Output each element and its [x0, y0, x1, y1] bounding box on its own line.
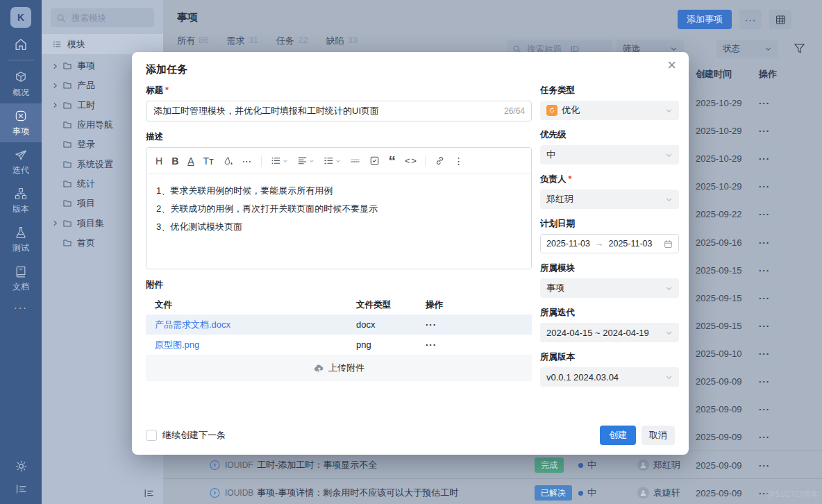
description-input[interactable]: 1、要求关联用例的时候，要能展示所有用例 2、关联成功的用例，再次打开关联页面的…	[146, 174, 531, 244]
type-tabs: 所有 86 需求 31 任务 22 缺陷 33	[177, 35, 358, 47]
description-label: 描述	[146, 131, 532, 143]
cancel-button[interactable]: 取消	[641, 426, 675, 445]
row-actions-button[interactable]: ···	[759, 209, 770, 219]
sidebar-item-version[interactable]: 版本	[0, 181, 42, 220]
sidebar-bottom	[15, 460, 28, 504]
priority-select[interactable]: 中	[540, 145, 679, 165]
folder-icon	[62, 179, 72, 189]
continue-create-checkbox[interactable]	[146, 430, 157, 441]
chevron-down-icon	[665, 285, 673, 292]
row-actions-button[interactable]: ···	[759, 376, 770, 386]
row-actions-button[interactable]: ···	[759, 181, 770, 192]
module-tree-header[interactable]: 模块	[42, 34, 163, 54]
required-mark: *	[569, 174, 572, 184]
version-select[interactable]: v0.0.1 2024.03.04	[540, 367, 679, 387]
fill-color-icon[interactable]	[223, 156, 233, 166]
sidebar-item-overview[interactable]: 概况	[0, 65, 42, 103]
row-actions-button[interactable]: ···	[759, 98, 770, 108]
link-icon[interactable]	[435, 156, 445, 166]
ordered-list-icon[interactable]	[324, 156, 341, 166]
sidebar-item-test[interactable]: 测试	[0, 220, 42, 259]
iteration-select[interactable]: 2024-04-15 ~ 2024-04-19	[540, 323, 679, 342]
type-tab[interactable]: 缺陷 33	[326, 35, 357, 47]
row-actions-button[interactable]: ···	[759, 348, 770, 358]
checklist-icon[interactable]	[369, 156, 380, 166]
assignee-name: 袁婕轩	[653, 487, 680, 499]
row-actions-button[interactable]: ···	[759, 126, 770, 136]
date-range-arrow: →	[595, 239, 604, 249]
sidebar-item-items[interactable]: 事项	[0, 103, 42, 142]
tab-count-badge: 22	[298, 35, 308, 47]
attachment-file-link[interactable]: 原型图.png	[155, 339, 199, 351]
type-tab[interactable]: 任务 22	[276, 35, 308, 47]
table-view-button[interactable]	[769, 10, 791, 29]
bold-icon[interactable]: B	[171, 156, 178, 166]
kebab-menu-icon[interactable]: ⋮	[454, 156, 464, 166]
attachment-actions-button[interactable]: ···	[426, 339, 437, 350]
sidebar-item-iteration[interactable]: 迭代	[0, 142, 42, 181]
collapse-rail-icon[interactable]	[15, 482, 28, 496]
modal-buttons: 创建 取消	[600, 426, 675, 445]
alignment-icon[interactable]	[297, 156, 314, 166]
type-tab[interactable]: 所有 86	[177, 35, 208, 47]
grid-view-icon	[775, 14, 787, 26]
module-search[interactable]	[51, 8, 154, 27]
assignee-select[interactable]: 郑红玥	[540, 190, 679, 209]
person-icon	[639, 462, 647, 469]
home-nav[interactable]	[13, 37, 28, 52]
row-actions-button[interactable]: ···	[759, 320, 770, 330]
description-line: 3、优化测试模块页面	[156, 218, 521, 236]
home-icon	[13, 37, 28, 52]
bullet-list-icon[interactable]	[271, 156, 288, 166]
close-icon[interactable]: ×	[667, 58, 676, 73]
blockquote-icon[interactable]: “	[389, 158, 396, 165]
collapse-panel-button[interactable]	[143, 487, 155, 499]
sidebar-item-docs[interactable]: 文档	[0, 259, 42, 298]
row-actions-button[interactable]: ···	[759, 460, 770, 471]
assignee-avatar	[637, 487, 649, 499]
add-task-modal: 添加任务 × 标题* 26/64 描述 H B A Tᴛ	[132, 52, 689, 455]
title-input[interactable]	[146, 106, 531, 117]
row-actions-button[interactable]: ···	[759, 292, 770, 303]
table-row[interactable]: IOUIDB 事项-事项详情：剩余用时不应该可以大于预估工时 已解决 中 袁婕轩…	[163, 478, 822, 504]
toolbar-more-icon[interactable]: ⋯	[242, 156, 252, 166]
attachment-file-link[interactable]: 产品需求文档.docx	[155, 319, 230, 331]
attachment-actions-button[interactable]: ···	[426, 319, 437, 330]
row-actions-button[interactable]: ···	[759, 404, 770, 414]
settings-gear-icon[interactable]	[15, 460, 28, 473]
date-range-picker[interactable]: 2025-11-03 → 2025-11-03	[540, 234, 679, 253]
tab-count-badge: 31	[248, 35, 258, 47]
font-size-icon[interactable]: Tᴛ	[203, 156, 214, 166]
issue-id: IOUIDF	[225, 460, 253, 470]
row-actions-button[interactable]: ···	[759, 432, 770, 442]
issue-id: IOUIDB	[225, 488, 253, 498]
task-type-select[interactable]: 优化	[540, 101, 679, 120]
horizontal-rule-icon[interactable]	[350, 156, 360, 166]
module-select[interactable]: 事项	[540, 278, 679, 298]
create-button[interactable]: 创建	[600, 426, 636, 445]
title-label: 标题	[146, 85, 163, 95]
task-type-badge-icon	[546, 105, 557, 116]
issue-title[interactable]: 工时-添加工时：事项显示不全	[257, 459, 377, 471]
row-actions-button[interactable]: ···	[759, 237, 770, 247]
row-actions-button[interactable]: ···	[759, 153, 770, 164]
issue-title[interactable]: 事项-事项详情：剩余用时不应该可以大于预估工时	[257, 487, 458, 499]
row-actions-button[interactable]: ···	[759, 264, 770, 275]
more-actions-button[interactable]: ···	[739, 10, 762, 29]
folder-icon	[62, 238, 72, 248]
heading-icon[interactable]: H	[156, 156, 162, 166]
priority-dot-icon	[578, 463, 583, 468]
filter-funnel-button[interactable]	[793, 42, 806, 55]
type-tab[interactable]: 需求 31	[226, 35, 258, 47]
workspace-avatar[interactable]: K	[10, 7, 31, 28]
sidebar-more-button[interactable]: ···	[14, 302, 28, 313]
table-row[interactable]: IOUIDF 工时-添加工时：事项显示不全 完成 中 郑红玥 2025-09-0…	[163, 451, 822, 479]
calendar-icon	[664, 240, 673, 249]
code-icon[interactable]: < >	[405, 156, 416, 165]
underline-icon[interactable]: A	[187, 156, 194, 166]
status-select[interactable]: 状态	[716, 40, 778, 58]
upload-attachment-button[interactable]: 上传附件	[146, 355, 532, 381]
add-item-button[interactable]: 添加事项	[678, 10, 732, 29]
field-task-type: 任务类型 优化	[540, 85, 679, 120]
module-search-input[interactable]	[70, 12, 149, 24]
